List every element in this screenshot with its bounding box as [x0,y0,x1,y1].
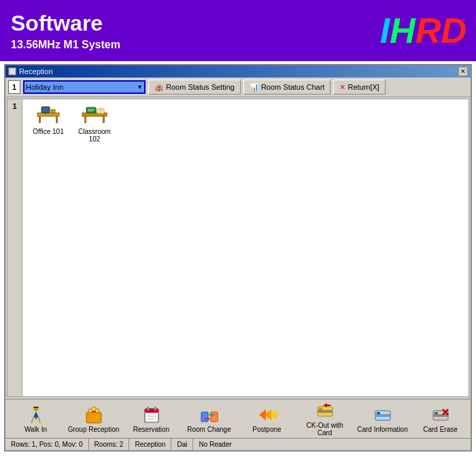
svg-rect-12 [84,116,86,123]
walk-icon [25,405,47,424]
svg-rect-2 [45,113,46,114]
floor-sidebar: 1 [7,99,22,396]
office-desk-icon [35,105,62,126]
statusbar: Rows: 1, Pos: 0, Mov: 0 Rooms: 2 Recepti… [5,438,471,450]
checkout-icon [314,401,336,420]
titlebar-icon: 🖥 [8,67,16,75]
postpone-label: Postpone [252,426,281,433]
header-text: Software 13.56MHz M1 System [11,11,120,51]
classroom-icon [81,105,108,126]
svg-rect-3 [51,109,55,113]
reservation-button[interactable]: Reservation [125,405,178,433]
content-area: 1 [7,99,469,397]
app-logo: I H R D [380,10,465,51]
card-info-button[interactable]: Card Information [356,405,409,433]
svg-rect-0 [37,113,59,116]
hotel-name: Holiday Inn [26,83,63,91]
app-header: Software 13.56MHz M1 System I H R D [0,0,476,61]
svg-rect-33 [319,408,322,410]
room-icon-1 [35,105,62,126]
return-button[interactable]: ✕ Return[X] [333,80,385,95]
room-name-2: Classroom 102 [74,128,115,143]
floor-number: 1 [8,80,20,94]
room-change-label: Room Change [187,426,231,433]
logo-i: I [380,10,388,51]
group-icon [83,405,105,424]
svg-rect-40 [435,412,438,414]
svg-rect-4 [39,116,41,123]
reservation-label: Reservation [133,426,169,433]
room-grid: Office 101 [22,99,469,396]
select-arrow-icon: ▼ [137,84,143,90]
bottom-toolbar: Walk In Group Reception [5,398,471,438]
group-reception-label: Group Reception [68,426,120,433]
floor-sidebar-label: 1 [12,102,16,110]
svg-rect-5 [56,116,58,123]
svg-rect-36 [377,412,380,414]
room-change-icon [199,405,220,424]
toolbar: 1 Holiday Inn ▼ 🏨 Room Status Setting 📊 … [5,78,471,97]
postpone-icon [256,405,278,424]
app-title: Software [11,11,120,36]
svg-rect-15 [33,407,39,408]
svg-rect-35 [375,414,390,417]
close-button[interactable]: ✕ [458,67,468,76]
svg-rect-1 [41,107,50,113]
room-item[interactable]: Classroom 102 [74,105,115,143]
svg-rect-32 [318,410,333,413]
titlebar: 🖥 Reception ✕ [5,65,471,78]
svg-rect-39 [433,414,448,417]
hotel-select[interactable]: Holiday Inn ▼ [23,80,146,94]
card-erase-label: Card Erase [423,426,458,433]
status-rows: Rows: 1, Pos: 0, Mov: 0 [5,439,89,450]
status-mode: Reception [129,439,171,450]
room-status-chart-button[interactable]: 📊 Room Status Chart [243,80,331,95]
checkout-label: CK-Out with Card [299,422,352,437]
svg-rect-26 [201,412,208,422]
status-reader: No Reader [193,439,237,450]
logo-h: H [390,10,414,51]
main-window: 🖥 Reception ✕ 1 Holiday Inn ▼ 🏨 Room Sta… [4,64,472,452]
svg-rect-23 [154,407,156,411]
svg-rect-27 [211,412,218,422]
room-change-button[interactable]: Room Change [183,405,236,433]
postpone-button[interactable]: Postpone [241,405,294,433]
svg-rect-22 [147,407,149,411]
logo-r: R [415,10,440,51]
room-status-chart-label: Room Status Chart [261,83,325,91]
room-name-1: Office 101 [33,128,63,135]
walk-in-label: Walk In [24,426,47,433]
logo-d: D [441,10,465,51]
window-title: Reception [19,67,53,75]
svg-point-37 [386,411,388,413]
status-chart-icon: 📊 [250,83,259,92]
svg-rect-7 [86,107,96,113]
room-status-setting-label: Room Status Setting [166,83,235,91]
return-icon: ✕ [339,83,345,92]
status-rooms: Rooms: 2 [89,439,130,450]
reservation-icon [141,405,163,424]
room-icon-2 [81,105,108,126]
return-label: Return[X] [347,83,379,91]
card-erase-button[interactable]: Card Erase [414,405,467,433]
walk-in-button[interactable]: Walk In [10,405,63,433]
room-item[interactable]: Office 101 [28,105,69,143]
card-erase-icon [430,405,452,424]
group-reception-button[interactable]: Group Reception [67,405,120,433]
app-subtitle: 13.56MHz M1 System [11,39,120,51]
room-status-setting-button[interactable]: 🏨 Room Status Setting [148,80,241,95]
card-info-label: Card Information [357,426,407,433]
status-setting-icon: 🏨 [154,83,164,92]
checkout-button[interactable]: CK-Out with Card [299,401,352,437]
card-info-icon [372,405,394,424]
status-user: Dai [171,439,193,450]
svg-rect-13 [103,116,105,123]
svg-rect-16 [86,412,101,423]
